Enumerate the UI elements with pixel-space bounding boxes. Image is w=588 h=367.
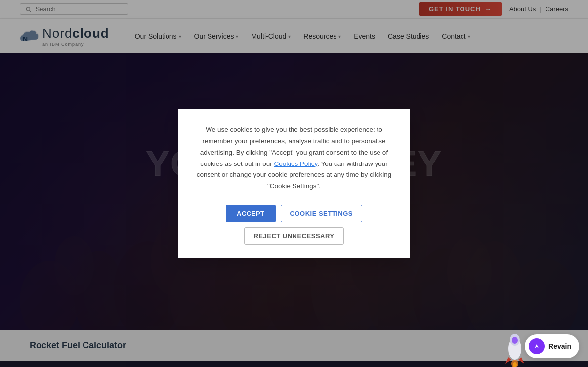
svg-point-22 <box>512 337 518 344</box>
accept-button[interactable]: ACCEPT <box>226 205 275 222</box>
cookies-policy-link[interactable]: Cookies Policy <box>274 160 318 167</box>
cookie-buttons: ACCEPT COOKIE SETTINGS REJECT UNNECESSAR… <box>196 205 392 245</box>
revain-widget[interactable]: Revain <box>525 334 579 358</box>
revain-label: Revain <box>548 342 571 350</box>
svg-point-23 <box>511 360 518 361</box>
cookie-modal-overlay: We use cookies to give you the best poss… <box>0 0 588 361</box>
cookie-modal: We use cookies to give you the best poss… <box>178 109 410 259</box>
reject-unnecessary-button[interactable]: REJECT UNNECESSARY <box>244 227 343 245</box>
cookie-settings-button[interactable]: COOKIE SETTINGS <box>281 205 362 222</box>
revain-logo <box>529 338 545 354</box>
cookie-text: We use cookies to give you the best poss… <box>196 124 392 193</box>
